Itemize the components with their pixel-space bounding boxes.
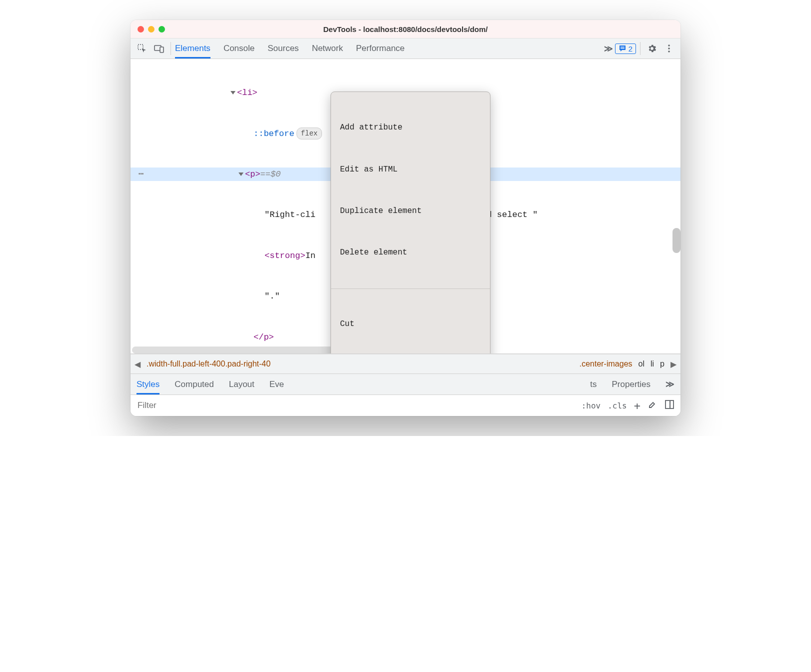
dom-tree-pane[interactable]: <li> ::beforeflex ⋯<p> == $0 "Right-clia… (130, 59, 680, 354)
panel-tabs: Elements Console Sources Network Perform… (175, 38, 404, 58)
stab-more[interactable]: ≫ (666, 374, 674, 394)
tab-network[interactable]: Network (312, 38, 343, 58)
dollar-zero: $0 (270, 168, 280, 181)
pseudo-before[interactable]: ::before (254, 127, 294, 140)
svg-rect-3 (620, 47, 624, 48)
tab-console[interactable]: Console (224, 38, 254, 58)
devtools-window: DevTools - localhost:8080/docs/devtools/… (130, 20, 680, 416)
issues-count: 2 (628, 44, 632, 53)
device-toolbar-icon[interactable] (152, 41, 166, 56)
add-rule-icon[interactable]: + (634, 400, 640, 412)
dom-tag: <strong> (264, 249, 306, 262)
window-titlebar: DevTools - localhost:8080/docs/devtools/… (130, 20, 680, 38)
dom-breadcrumbs[interactable]: ◀ .width-full.pad-left-400.pad-right-40 … (130, 354, 680, 374)
svg-point-7 (668, 50, 670, 52)
stab-properties[interactable]: Properties (612, 374, 650, 394)
dom-tag: </p> (254, 330, 274, 344)
flex-badge[interactable]: flex (296, 128, 322, 140)
stab-computed[interactable]: Computed (174, 374, 214, 394)
svg-rect-2 (160, 47, 164, 52)
svg-point-5 (668, 44, 670, 46)
menu-add-attribute[interactable]: Add attribute (331, 120, 490, 136)
toolbar-divider (170, 42, 171, 55)
tab-performance[interactable]: Performance (356, 38, 404, 58)
more-tabs-chevron[interactable]: ≫ (604, 38, 613, 58)
menu-separator (331, 288, 490, 289)
breadcrumb-item[interactable]: ol (638, 360, 644, 368)
inspect-element-icon[interactable] (134, 41, 150, 56)
breadcrumb-item[interactable]: p (660, 360, 664, 368)
settings-gear-icon[interactable] (644, 41, 660, 56)
menu-edit-as-html[interactable]: Edit as HTML (331, 162, 490, 178)
tab-elements[interactable]: Elements (175, 38, 210, 58)
dom-text: "." (264, 290, 280, 303)
hov-toggle[interactable]: :hov (582, 401, 601, 410)
styles-filter-bar: :hov .cls + (130, 395, 680, 416)
toolbar-divider (640, 42, 640, 55)
devtools-toolbar: Elements Console Sources Network Perform… (130, 38, 680, 59)
issues-badge[interactable]: 2 (615, 44, 636, 54)
computed-panel-icon[interactable] (664, 400, 674, 412)
svg-rect-8 (649, 407, 652, 408)
breadcrumb-item[interactable]: .width-full.pad-left-400.pad-right-40 (146, 360, 270, 368)
expand-toggle-icon[interactable] (238, 172, 244, 176)
svg-rect-10 (670, 400, 670, 408)
dom-text: "Right-cli (264, 208, 316, 222)
svg-rect-4 (620, 48, 624, 48)
kebab-menu-icon[interactable] (662, 41, 676, 56)
menu-cut[interactable]: Cut (331, 316, 490, 332)
window-title: DevTools - localhost:8080/docs/devtools/… (130, 25, 680, 34)
vertical-scrollbar[interactable] (672, 228, 680, 253)
breadcrumb-scroll-right[interactable]: ▶ (670, 360, 676, 369)
equals-label: == (260, 168, 270, 181)
menu-delete-element[interactable]: Delete element (331, 245, 490, 261)
stab-event-right[interactable]: ts (590, 374, 596, 394)
breadcrumb-scroll-left[interactable]: ◀ (134, 360, 140, 369)
dom-context-menu: Add attribute Edit as HTML Duplicate ele… (330, 92, 490, 354)
paint-brush-icon[interactable] (648, 400, 658, 412)
breadcrumb-item[interactable]: .center-images (580, 360, 632, 368)
chat-icon (618, 44, 626, 52)
dom-text: In (306, 249, 316, 262)
styles-tabs: Styles Computed Layout Eve ts Properties… (130, 374, 680, 395)
stab-event-left[interactable]: Eve (270, 374, 284, 394)
cls-toggle[interactable]: .cls (608, 401, 627, 410)
tab-sources[interactable]: Sources (268, 38, 298, 58)
breadcrumb-item[interactable]: li (650, 360, 654, 368)
expand-toggle-icon[interactable] (230, 91, 236, 94)
gutter-dots-icon[interactable]: ⋯ (138, 168, 158, 181)
dom-tag: <p> (245, 168, 260, 181)
menu-duplicate-element[interactable]: Duplicate element (331, 204, 490, 220)
styles-filter-input[interactable] (136, 400, 578, 411)
stab-styles[interactable]: Styles (136, 374, 160, 394)
svg-point-6 (668, 48, 670, 49)
stab-layout[interactable]: Layout (229, 374, 254, 394)
dom-tag: <li> (237, 86, 258, 100)
